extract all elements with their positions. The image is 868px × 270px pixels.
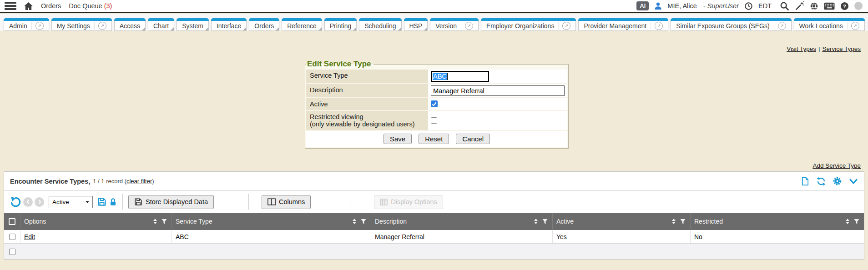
row-checkbox[interactable]: [9, 234, 15, 240]
user-role: - SuperUser: [703, 2, 739, 10]
tab-work-locations[interactable]: Work Locations↗: [794, 18, 865, 31]
tab-printing[interactable]: Printing: [324, 18, 357, 31]
tab-system[interactable]: System: [177, 18, 209, 31]
sort-icon[interactable]: [846, 219, 849, 225]
active-label: Active: [306, 98, 428, 111]
sort-icon[interactable]: [534, 219, 538, 225]
panel-title: Encounter Service Types,: [10, 178, 90, 185]
grid-toolbar: Active Store Displayed Data Columns Disp…: [4, 191, 864, 212]
select-all-checkbox[interactable]: [9, 218, 15, 225]
active-row: Active: [306, 98, 567, 111]
sort-icon[interactable]: [353, 219, 356, 225]
tab-bar: Admin↗ My Settings↗ Access Chart System …: [0, 14, 868, 31]
tab-reference[interactable]: Reference: [282, 18, 322, 31]
svg-text:?: ?: [843, 3, 846, 9]
ai-badge[interactable]: AI: [636, 1, 649, 10]
table-footer-row: [4, 244, 864, 259]
keyboard-icon[interactable]: [824, 2, 835, 10]
tab-chart[interactable]: Chart: [148, 18, 174, 31]
submenu-fold-icon: [142, 27, 145, 30]
service-type-input[interactable]: ABC: [431, 71, 489, 82]
tab-hsp[interactable]: HSP: [404, 18, 428, 31]
description-input[interactable]: [431, 85, 565, 96]
globe-icon[interactable]: [810, 2, 818, 10]
external-link-icon: ↗: [778, 22, 786, 30]
tab-provider-management[interactable]: Provider Management↗: [578, 18, 668, 31]
column-header-description: Description: [375, 218, 531, 225]
new-document-icon[interactable]: [801, 177, 809, 186]
check-icon: [431, 101, 437, 107]
footer-checkbox[interactable]: [9, 249, 15, 255]
save-button[interactable]: Save: [384, 134, 412, 144]
gear-icon[interactable]: [833, 177, 842, 185]
external-link-icon: ↗: [655, 22, 663, 30]
tab-similar-exposure-groups[interactable]: Similar Exposure Groups (SEGs)↗: [671, 18, 791, 31]
status-filter-select[interactable]: Active: [49, 196, 93, 208]
filter-icon[interactable]: [542, 219, 548, 225]
tab-admin[interactable]: Admin↗: [4, 18, 49, 31]
grid-icon: [380, 199, 388, 205]
wand-icon[interactable]: [795, 1, 804, 11]
user-icon: [654, 2, 662, 10]
sort-icon[interactable]: [153, 219, 157, 225]
sort-icon[interactable]: [672, 219, 676, 225]
columns-icon: [267, 198, 276, 205]
submenu-fold-icon: [171, 27, 174, 30]
filter-icon[interactable]: [680, 219, 686, 225]
cell-service-type: ABC: [172, 230, 371, 243]
clear-filter-link[interactable]: clear filter: [126, 178, 152, 185]
store-displayed-data-button[interactable]: Store Displayed Data: [128, 195, 214, 209]
tab-version[interactable]: Version↗: [430, 18, 479, 31]
panel-title-bar: Encounter Service Types, 1 / 1 record (c…: [4, 172, 864, 191]
service-type-label: Service Type: [306, 70, 428, 84]
add-service-type-link[interactable]: Add Service Type: [812, 162, 861, 169]
cancel-button[interactable]: Cancel: [456, 134, 490, 144]
tab-my-settings[interactable]: My Settings↗: [51, 18, 112, 31]
column-header-service-type: Service Type: [176, 218, 350, 225]
orders-link[interactable]: Orders: [41, 2, 61, 10]
tab-access[interactable]: Access: [114, 18, 146, 31]
prev-page-icon[interactable]: [23, 197, 33, 207]
timezone-label: EDT: [758, 2, 772, 10]
restricted-checkbox[interactable]: [431, 117, 437, 124]
doc-queue-count: (3): [104, 2, 112, 10]
filter-icon[interactable]: [161, 219, 167, 225]
tab-scheduling[interactable]: Scheduling: [359, 18, 401, 31]
undo-icon[interactable]: [10, 196, 21, 208]
tab-employer-organizations[interactable]: Employer Organizations↗: [481, 18, 576, 31]
restricted-row: Restricted viewing(only viewable by desi…: [306, 111, 567, 131]
filter-icon[interactable]: [854, 219, 859, 225]
collapse-chevron-icon[interactable]: [849, 178, 858, 185]
lock-icon[interactable]: [109, 198, 117, 206]
refresh-icon[interactable]: [817, 177, 826, 186]
avatar-circle[interactable]: [854, 2, 863, 10]
tab-interface[interactable]: Interface: [211, 18, 247, 31]
external-link-icon: ↗: [851, 22, 859, 30]
hamburger-menu-icon[interactable]: [5, 2, 16, 10]
doc-queue-link[interactable]: Doc Queue(3): [69, 2, 112, 10]
edit-row-link[interactable]: Edit: [24, 233, 35, 240]
clock-icon[interactable]: [744, 2, 753, 10]
next-page-icon[interactable]: [35, 197, 44, 207]
user-name[interactable]: MIE, Alice: [667, 2, 696, 10]
cell-restricted: No: [690, 230, 864, 243]
description-row: Description: [306, 84, 567, 98]
filter-icon[interactable]: [361, 219, 366, 225]
encounter-service-types-panel: Encounter Service Types, 1 / 1 record (c…: [4, 171, 864, 260]
columns-button[interactable]: Columns: [262, 195, 311, 209]
active-checkbox[interactable]: [431, 100, 438, 107]
help-icon[interactable]: ?: [840, 2, 849, 10]
home-icon[interactable]: [24, 2, 33, 10]
service-types-link[interactable]: Service Types: [822, 45, 861, 52]
submenu-fold-icon: [398, 27, 401, 30]
submenu-fold-icon: [318, 27, 322, 30]
save-filter-icon[interactable]: [97, 197, 106, 206]
submenu-fold-icon: [353, 27, 356, 30]
form-legend: Edit Service Type: [306, 60, 373, 69]
visit-types-link[interactable]: Visit Types: [787, 45, 816, 52]
search-icon[interactable]: [780, 1, 789, 11]
save-icon: [134, 198, 142, 206]
reset-button[interactable]: Reset: [419, 134, 449, 144]
tab-orders[interactable]: Orders: [249, 18, 279, 31]
edit-service-type-form: Edit Service Type Service Type ABC Descr…: [305, 60, 569, 149]
